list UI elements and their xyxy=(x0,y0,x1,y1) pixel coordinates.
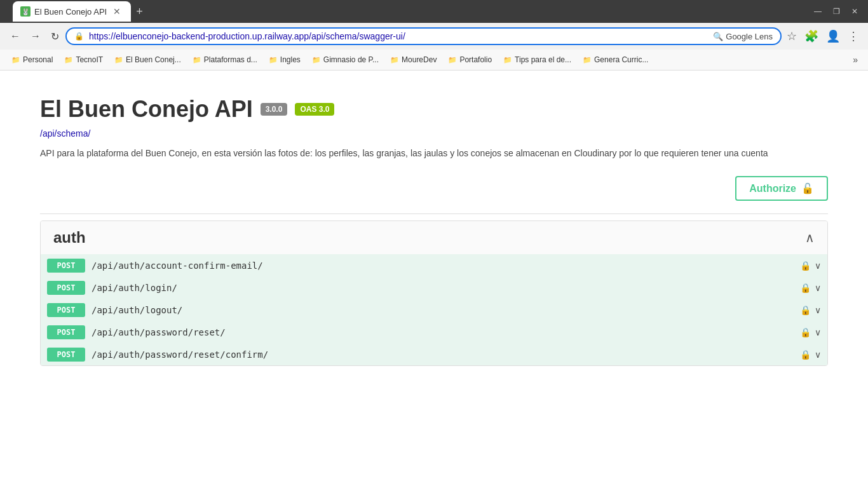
bookmark-label: Personal xyxy=(23,55,53,64)
lock-icon: 🔒 xyxy=(800,327,811,337)
bookmarks-more-button[interactable]: » xyxy=(849,52,862,67)
bookmark-label: MoureDev xyxy=(402,55,437,64)
secure-icon: 🔒 xyxy=(74,32,84,41)
bookmark-star-button[interactable]: ☆ xyxy=(784,27,799,46)
bookmark-tecnoit[interactable]: 📁 TecnoIT xyxy=(59,53,108,66)
endpoint-logout[interactable]: POST /api/auth/logout/ 🔒 ∨ xyxy=(41,299,827,321)
tab-close-button[interactable]: ✕ xyxy=(111,5,123,18)
method-badge-post: POST xyxy=(47,325,85,339)
minimize-button[interactable]: — xyxy=(809,4,827,18)
authorize-button[interactable]: Authorize 🔓 xyxy=(735,176,828,201)
folder-icon: 📁 xyxy=(448,56,457,64)
section-title: auth xyxy=(53,229,86,247)
divider xyxy=(40,214,828,214)
folder-icon: 📁 xyxy=(312,56,321,64)
version-badge: 3.0.0 xyxy=(261,103,288,116)
lock-open-icon: 🔓 xyxy=(801,182,814,194)
endpoint-path: /api/auth/logout/ xyxy=(92,305,794,315)
window-controls: — ❐ ✕ xyxy=(809,4,863,18)
api-title-row: El Buen Conejo API 3.0.0 OAS 3.0 xyxy=(40,96,828,123)
close-button[interactable]: ✕ xyxy=(846,4,863,18)
endpoint-password-reset-confirm[interactable]: POST /api/auth/password/reset/confirm/ 🔒… xyxy=(41,343,827,365)
section-collapse-icon: ∧ xyxy=(805,230,815,245)
endpoint-password-reset[interactable]: POST /api/auth/password/reset/ 🔒 ∨ xyxy=(41,321,827,343)
bookmark-portafolio[interactable]: 📁 Portafolio xyxy=(443,53,497,66)
endpoint-actions: 🔒 ∨ xyxy=(800,261,821,271)
endpoint-actions: 🔒 ∨ xyxy=(800,305,821,315)
bookmark-label: Tips para el de... xyxy=(515,55,571,64)
active-tab[interactable]: 🐰 El Buen Conejo API ✕ xyxy=(13,1,131,22)
method-badge-post: POST xyxy=(47,303,85,317)
bookmark-plataformas[interactable]: 📁 Plataformas d... xyxy=(187,53,262,66)
endpoint-actions: 🔒 ∨ xyxy=(800,349,821,360)
folder-icon: 📁 xyxy=(503,56,512,64)
oas-badge: OAS 3.0 xyxy=(295,103,334,116)
back-button[interactable]: ← xyxy=(6,28,24,44)
bookmark-elbuen[interactable]: 📁 El Buen Conej... xyxy=(109,53,186,66)
folder-icon: 📁 xyxy=(269,56,278,64)
tab-title: El Buen Conejo API xyxy=(34,7,107,17)
bookmark-label: El Buen Conej... xyxy=(126,55,181,64)
schema-link[interactable]: /api/schema/ xyxy=(40,128,90,139)
endpoint-actions: 🔒 ∨ xyxy=(800,283,821,293)
swagger-ui: El Buen Conejo API 3.0.0 OAS 3.0 /api/sc… xyxy=(21,71,847,385)
authorize-section: Authorize 🔓 xyxy=(40,166,828,210)
endpoint-path: /api/auth/account-confirm-email/ xyxy=(92,261,794,271)
chevron-down-icon: ∨ xyxy=(815,349,821,360)
folder-icon: 📁 xyxy=(193,56,201,64)
tab-favicon: 🐰 xyxy=(20,6,31,17)
folder-icon: 📁 xyxy=(11,56,20,64)
authorize-label: Authorize xyxy=(749,183,796,194)
chevron-down-icon: ∨ xyxy=(815,261,821,271)
bookmark-label: TecnoIT xyxy=(76,55,103,64)
address-bar[interactable]: 🔒 🔍 Google Lens xyxy=(65,27,782,45)
lock-icon: 🔒 xyxy=(800,305,811,315)
bookmark-genera[interactable]: 📁 Genera Curric... xyxy=(578,53,653,66)
bookmark-label: Genera Curric... xyxy=(594,55,648,64)
auth-section-header[interactable]: auth ∧ xyxy=(41,221,827,254)
folder-icon: 📁 xyxy=(390,56,399,64)
bookmark-label: Ingles xyxy=(280,55,301,64)
endpoint-login[interactable]: POST /api/auth/login/ 🔒 ∨ xyxy=(41,276,827,299)
bookmarks-bar: 📁 Personal 📁 TecnoIT 📁 El Buen Conej... … xyxy=(0,50,868,71)
chevron-down-icon: ∨ xyxy=(815,283,821,293)
bookmark-tips[interactable]: 📁 Tips para el de... xyxy=(498,53,576,66)
reload-button[interactable]: ↻ xyxy=(47,28,63,45)
lock-icon: 🔒 xyxy=(800,261,811,271)
endpoint-actions: 🔒 ∨ xyxy=(800,327,821,337)
folder-icon: 📁 xyxy=(114,56,123,64)
maximize-button[interactable]: ❐ xyxy=(828,4,845,18)
new-tab-button[interactable]: + xyxy=(131,3,148,21)
endpoint-path: /api/auth/password/reset/confirm/ xyxy=(92,349,794,360)
bookmark-gimnasio[interactable]: 📁 Gimnasio de P... xyxy=(307,53,384,66)
method-badge-post: POST xyxy=(47,259,85,273)
bookmark-mouredev[interactable]: 📁 MoureDev xyxy=(385,53,442,66)
navigation-bar: ← → ↻ 🔒 🔍 Google Lens ☆ 🧩 👤 ⋮ xyxy=(0,23,868,50)
lock-icon: 🔒 xyxy=(800,349,811,360)
method-badge-post: POST xyxy=(47,348,85,362)
address-input[interactable] xyxy=(89,31,708,41)
bookmark-label: Plataformas d... xyxy=(204,55,257,64)
tab-bar: 🐰 El Buen Conejo API ✕ + xyxy=(13,1,148,22)
page-content: El Buen Conejo API 3.0.0 OAS 3.0 /api/sc… xyxy=(0,71,868,487)
api-description: API para la plataforma del Buen Conejo, … xyxy=(40,147,828,160)
folder-icon: 📁 xyxy=(64,56,73,64)
profile-button[interactable]: 👤 xyxy=(824,27,843,46)
lens-icon: 🔍 xyxy=(713,32,723,41)
menu-button[interactable]: ⋮ xyxy=(845,27,862,46)
folder-icon: 📁 xyxy=(583,56,592,64)
google-lens-button[interactable]: 🔍 Google Lens xyxy=(713,32,773,41)
bookmark-ingles[interactable]: 📁 Ingles xyxy=(264,53,306,66)
browser-window: 🐰 El Buen Conejo API ✕ + — ❐ ✕ ← → ↻ 🔒 🔍… xyxy=(0,0,868,487)
endpoint-account-confirm-email[interactable]: POST /api/auth/account-confirm-email/ 🔒 … xyxy=(41,254,827,276)
title-bar: 🐰 El Buen Conejo API ✕ + — ❐ ✕ xyxy=(0,0,868,23)
bookmark-personal[interactable]: 📁 Personal xyxy=(6,53,58,66)
forward-button[interactable]: → xyxy=(27,28,44,44)
google-lens-label: Google Lens xyxy=(726,32,773,41)
auth-section: auth ∧ POST /api/auth/account-confirm-em… xyxy=(40,220,828,366)
bookmark-label: Gimnasio de P... xyxy=(323,55,379,64)
chevron-down-icon: ∨ xyxy=(815,327,821,337)
extensions-button[interactable]: 🧩 xyxy=(802,27,821,46)
chevron-down-icon: ∨ xyxy=(815,305,821,315)
lock-icon: 🔒 xyxy=(800,283,811,293)
